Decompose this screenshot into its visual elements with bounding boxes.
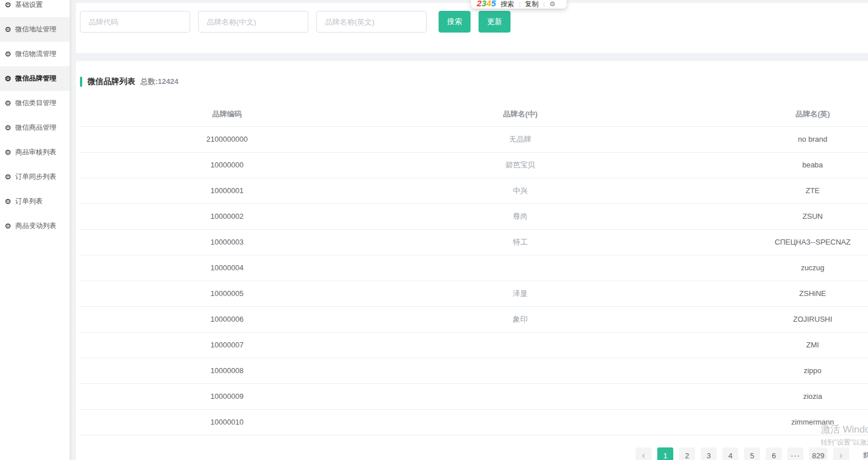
sidebar-item-label: 基础设置 bbox=[15, 0, 43, 10]
column-header-cn: 品牌名(中) bbox=[374, 103, 666, 126]
table-row[interactable]: 10000008 zippo bbox=[80, 358, 868, 383]
cell-brand-name-en: СПЕЦНАЗ--SPECNAZ bbox=[666, 229, 868, 255]
page-number-button[interactable]: 4 bbox=[722, 447, 738, 460]
brand-table: 品牌编码 品牌名(中) 品牌名(英) 2100000000 无品牌 no bra… bbox=[80, 103, 868, 435]
cell-brand-name-cn: 尊尚 bbox=[374, 203, 666, 229]
sidebar-item-label: 微信商品管理 bbox=[15, 123, 57, 133]
cell-brand-name-cn bbox=[374, 409, 666, 435]
sidebar-menu: ⚙ 基础设置 ⚙ 微信地址管理 ⚙ 微信物流管理 ⚙ 微信品牌管理 ⚙ 微信类目… bbox=[0, 0, 70, 238]
more-pages-button[interactable]: ··· bbox=[787, 447, 803, 460]
sidebar-item-label: 微信物流管理 bbox=[15, 49, 57, 59]
sidebar-item-label: 订单同步列表 bbox=[15, 172, 57, 182]
sidebar-item-label: 商品变动列表 bbox=[15, 221, 57, 231]
gear-icon: ⚙ bbox=[5, 26, 11, 33]
cell-brand-code: 10000007 bbox=[80, 332, 374, 358]
page-number-button[interactable]: 3 bbox=[701, 447, 717, 460]
cell-brand-name-en: ZOJIRUSHI bbox=[666, 306, 868, 332]
sidebar-item[interactable]: ⚙ 商品变动列表 bbox=[0, 214, 70, 238]
table-row[interactable]: 10000002 尊尚 ZSUN bbox=[80, 203, 868, 229]
next-page-button[interactable]: › bbox=[833, 447, 849, 460]
prev-page-button[interactable]: ‹ bbox=[636, 447, 652, 460]
page-number-button[interactable]: 2 bbox=[679, 447, 695, 460]
table-row[interactable]: 10000000 碧芭宝贝 beaba bbox=[80, 152, 868, 178]
title-accent-bar bbox=[80, 77, 82, 87]
sidebar-item[interactable]: ⚙ 微信类目管理 bbox=[0, 91, 70, 115]
table-header-row: 品牌编码 品牌名(中) 品牌名(英) bbox=[80, 103, 868, 126]
sidebar: ⚙ 基础设置 ⚙ 微信地址管理 ⚙ 微信物流管理 ⚙ 微信品牌管理 ⚙ 微信类目… bbox=[0, 0, 70, 460]
cell-brand-name-cn: 象印 bbox=[374, 306, 666, 332]
page-number-button[interactable]: 6 bbox=[766, 447, 782, 460]
page-number-button[interactable]: 5 bbox=[744, 447, 760, 460]
table-row[interactable]: 2100000000 无品牌 no brand bbox=[80, 126, 868, 152]
gear-icon: ⚙ bbox=[5, 124, 11, 131]
cell-brand-name-en: ZTE bbox=[666, 178, 868, 203]
cell-brand-name-cn bbox=[374, 358, 666, 383]
popup-copy-link[interactable]: 复制 bbox=[525, 1, 539, 7]
search-button[interactable]: 搜索 bbox=[439, 11, 471, 33]
cell-brand-code: 10000010 bbox=[80, 409, 374, 435]
sidebar-scrollbar[interactable] bbox=[70, 0, 73, 460]
brand-name-cn-input[interactable] bbox=[198, 11, 308, 33]
sidebar-item[interactable]: ⚙ 订单同步列表 bbox=[0, 165, 70, 189]
panel-title-text: 微信品牌列表 bbox=[87, 77, 135, 87]
sidebar-item[interactable]: ⚙ 微信地址管理 bbox=[0, 17, 70, 42]
brand-code-input[interactable] bbox=[80, 11, 190, 33]
cell-brand-name-cn bbox=[374, 255, 666, 281]
cell-brand-code: 10000003 bbox=[80, 229, 374, 255]
page-buttons: 1 2 3 4 5 6 bbox=[657, 447, 782, 460]
table-row[interactable]: 10000005 泽显 ZSHiNE bbox=[80, 281, 868, 306]
table-row[interactable]: 10000009 ziozia bbox=[80, 383, 868, 409]
table-row[interactable]: 10000010 zimmermann bbox=[80, 409, 868, 435]
cell-brand-name-en: zuczug bbox=[666, 255, 868, 281]
sidebar-item-label: 微信品牌管理 bbox=[15, 74, 57, 83]
sidebar-item[interactable]: ⚙ 微信物流管理 bbox=[0, 42, 70, 66]
cell-brand-name-cn bbox=[374, 332, 666, 358]
sidebar-item[interactable]: ⚙ 订单列表 bbox=[0, 189, 70, 214]
cell-brand-name-cn: 碧芭宝贝 bbox=[374, 152, 666, 178]
popup-search-link[interactable]: 搜索 bbox=[500, 1, 514, 7]
cell-brand-code: 10000000 bbox=[80, 152, 374, 178]
sidebar-item-label: 微信类目管理 bbox=[15, 98, 57, 108]
gear-icon: ⚙ bbox=[5, 173, 11, 181]
popup-separator: | bbox=[519, 1, 520, 7]
table-body: 2100000000 无品牌 no brand 10000000 碧芭宝贝 be… bbox=[80, 126, 868, 435]
goto-page-label: 前往 bbox=[863, 450, 868, 460]
cell-brand-code: 10000001 bbox=[80, 178, 374, 203]
popup-settings-gear-icon[interactable]: ⚙ bbox=[549, 1, 556, 7]
gear-icon: ⚙ bbox=[5, 75, 11, 82]
cell-brand-name-en: ZMI bbox=[666, 332, 868, 358]
sidebar-item-label: 订单列表 bbox=[15, 197, 43, 206]
column-header-en: 品牌名(英) bbox=[666, 103, 868, 126]
update-button[interactable]: 更新 bbox=[479, 11, 511, 33]
cell-brand-code: 2100000000 bbox=[80, 126, 374, 152]
brand-name-en-input[interactable] bbox=[316, 11, 427, 33]
table-row[interactable]: 10000001 中兴 ZTE bbox=[80, 178, 868, 203]
table-row[interactable]: 10000003 特工 СПЕЦНАЗ--SPECNAZ bbox=[80, 229, 868, 255]
table-row[interactable]: 10000006 象印 ZOJIRUSHI bbox=[80, 306, 868, 332]
cell-brand-name-en: ZSHiNE bbox=[666, 281, 868, 306]
2345-logo-digit: 4 bbox=[487, 0, 491, 8]
table-row[interactable]: 10000007 ZMI bbox=[80, 332, 868, 358]
page-number-button[interactable]: 1 bbox=[657, 447, 673, 460]
sidebar-item[interactable]: ⚙ 基础设置 bbox=[0, 0, 70, 17]
cell-brand-code: 10000004 bbox=[80, 255, 374, 281]
extension-popup-content: 2345 搜索 | 复制 | ⚙ bbox=[477, 0, 556, 7]
gear-icon: ⚙ bbox=[5, 198, 11, 205]
cell-brand-name-en: ziozia bbox=[666, 383, 868, 409]
sidebar-item-label: 微信地址管理 bbox=[15, 25, 57, 34]
popup-separator: | bbox=[543, 1, 545, 7]
cell-brand-code: 10000002 bbox=[80, 203, 374, 229]
cell-brand-name-cn: 中兴 bbox=[374, 178, 666, 203]
sidebar-item[interactable]: ⚙ 商品审核列表 bbox=[0, 140, 70, 165]
panel-title: 微信品牌列表 总数:12424 bbox=[80, 77, 178, 87]
cell-brand-name-en: beaba bbox=[666, 152, 868, 178]
gear-icon: ⚙ bbox=[5, 1, 11, 9]
table-row[interactable]: 10000004 zuczug bbox=[80, 255, 868, 281]
sidebar-item[interactable]: ⚙ 微信品牌管理 bbox=[0, 66, 70, 91]
cell-brand-name-en: zimmermann bbox=[666, 409, 868, 435]
2345-logo-digit: 3 bbox=[481, 0, 486, 8]
gear-icon: ⚙ bbox=[5, 149, 11, 156]
last-page-button[interactable]: 829 bbox=[809, 447, 827, 460]
sidebar-item[interactable]: ⚙ 微信商品管理 bbox=[0, 115, 70, 140]
cell-brand-name-en: ZSUN bbox=[666, 203, 868, 229]
